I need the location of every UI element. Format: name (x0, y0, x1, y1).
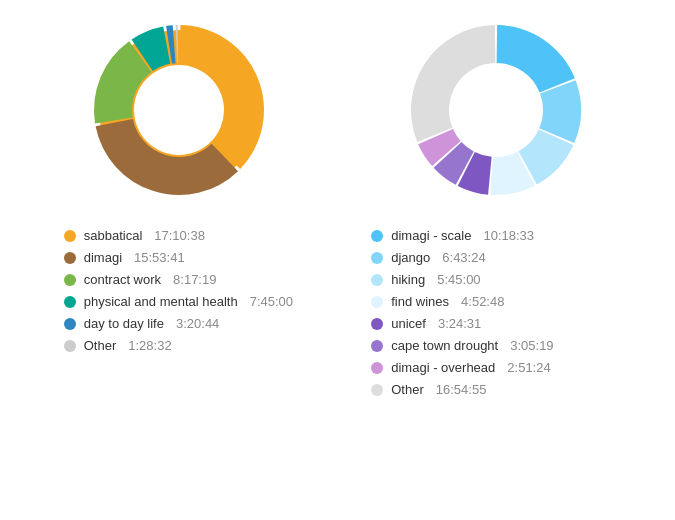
legend-dot (64, 296, 76, 308)
legend-dot (371, 252, 383, 264)
legend-value: 10:18:33 (483, 228, 534, 243)
legend-item: dimagi - overhead2:51:24 (371, 360, 611, 375)
legend-value: 3:05:19 (510, 338, 553, 353)
legend-dot (371, 318, 383, 330)
legend2: dimagi - scale10:18:33django6:43:24hikin… (371, 228, 611, 397)
legend-dot (371, 274, 383, 286)
legend-label: django (391, 250, 430, 265)
legend-item: django6:43:24 (371, 250, 611, 265)
legend-item: day to day life3:20:44 (64, 316, 304, 331)
legend-dot (64, 318, 76, 330)
legend-label: day to day life (84, 316, 164, 331)
legend-label: cape town drought (391, 338, 498, 353)
legend-item: physical and mental health7:45:00 (64, 294, 304, 309)
legend-dot (371, 340, 383, 352)
legend1: sabbatical17:10:38dimagi15:53:41contract… (64, 228, 304, 353)
legend-item: Other16:54:55 (371, 382, 611, 397)
legend-label: Other (391, 382, 424, 397)
legend-value: 8:17:19 (173, 272, 216, 287)
legend-value: 15:53:41 (134, 250, 185, 265)
legend-item: unicef3:24:31 (371, 316, 611, 331)
legend-dot (64, 252, 76, 264)
legend-dot (64, 340, 76, 352)
legend-value: 5:45:00 (437, 272, 480, 287)
chart2-container (396, 10, 596, 210)
legend-label: Other (84, 338, 117, 353)
legend-item: find wines4:52:48 (371, 294, 611, 309)
legend-dot (371, 230, 383, 242)
legend-item: dimagi15:53:41 (64, 250, 304, 265)
legend-label: dimagi (84, 250, 122, 265)
legend-dot (64, 230, 76, 242)
legend-dot (64, 274, 76, 286)
legend-label: unicef (391, 316, 426, 331)
legend-label: hiking (391, 272, 425, 287)
legend-label: contract work (84, 272, 161, 287)
legend-item: cape town drought3:05:19 (371, 338, 611, 353)
legend-label: find wines (391, 294, 449, 309)
legend-item: sabbatical17:10:38 (64, 228, 304, 243)
chart1-hole (134, 65, 224, 155)
legend-value: 3:20:44 (176, 316, 219, 331)
legend-label: sabbatical (84, 228, 143, 243)
legend-label: dimagi - scale (391, 228, 471, 243)
legend-value: 1:28:32 (128, 338, 171, 353)
legend-dot (371, 362, 383, 374)
legend-label: physical and mental health (84, 294, 238, 309)
legend-item: dimagi - scale10:18:33 (371, 228, 611, 243)
legend-dot (371, 384, 383, 396)
chart1-container (79, 10, 279, 210)
legend-item: hiking5:45:00 (371, 272, 611, 287)
legend-item: Other1:28:32 (64, 338, 304, 353)
legend-label: dimagi - overhead (391, 360, 495, 375)
legend-value: 17:10:38 (154, 228, 205, 243)
chart2-svg (396, 10, 596, 210)
chart2-hole (451, 65, 541, 155)
legend-value: 3:24:31 (438, 316, 481, 331)
charts-row (0, 0, 675, 210)
legend-value: 4:52:48 (461, 294, 504, 309)
legend-value: 6:43:24 (442, 250, 485, 265)
legend-value: 2:51:24 (507, 360, 550, 375)
legend-value: 7:45:00 (250, 294, 293, 309)
legend-item: contract work8:17:19 (64, 272, 304, 287)
legends-row: sabbatical17:10:38dimagi15:53:41contract… (0, 210, 675, 407)
legend-dot (371, 296, 383, 308)
chart1-svg (79, 10, 279, 210)
legend-value: 16:54:55 (436, 382, 487, 397)
